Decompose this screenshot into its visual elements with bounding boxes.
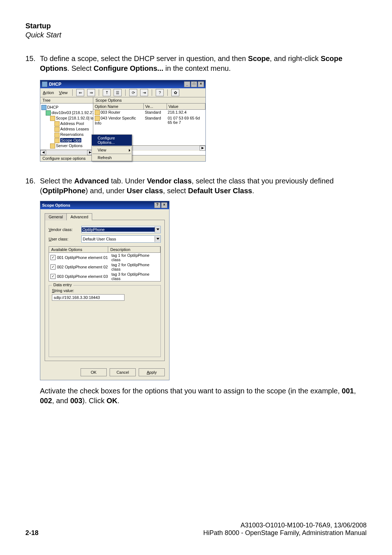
tree-scope[interactable]: Scope [218.1.92.0] la (56, 116, 94, 120)
tab-advanced[interactable]: Advanced (66, 213, 92, 220)
string-value-input[interactable]: sdlp://192.168.3.30:18443 (52, 294, 124, 301)
col-vendor[interactable]: Ve... (144, 104, 167, 109)
user-class-combo[interactable]: Default User Class (81, 235, 161, 243)
option-row[interactable]: ✓ 003 OptiIpPhone element 03 tag 3 for O… (49, 272, 160, 281)
ctx-view[interactable]: View (92, 147, 132, 153)
option-row[interactable]: ✓ 001 OptiIpPhone element 01 tag 1 for O… (49, 253, 160, 262)
menu-view[interactable]: View (58, 90, 69, 95)
options-header: Available Options Description (49, 246, 161, 253)
chevron-down-icon[interactable] (155, 236, 160, 242)
footer-line1: A31003-O1010-M100-10-76A9, 13/06/2008 (25, 522, 367, 529)
options-list[interactable]: ✓ 001 OptiIpPhone element 01 tag 1 for O… (49, 253, 161, 281)
option-desc: tag 1 for OptiIpPhone class (111, 253, 159, 262)
col-description[interactable]: Description (108, 247, 160, 252)
option-desc: tag 3 for OptiIpPhone class (111, 272, 159, 281)
help-icon[interactable]: ? (156, 89, 164, 96)
close-button[interactable]: × (161, 202, 167, 208)
cell-option: 003 Router (101, 110, 120, 114)
folder-icon (50, 143, 55, 149)
step-number: 15. (25, 54, 40, 73)
data-entry-group: Data entry String value: sdlp://192.168.… (49, 285, 161, 357)
vendor-class-combo[interactable]: OptiIpPhone (81, 226, 161, 233)
page-footer: 2-18 A31003-O1010-M100-10-76A9, 13/06/20… (25, 522, 367, 537)
menubar: Action View ⇐ ⇒ ⤒ ☰ ⟳ ⇥ ? ✿ (40, 88, 205, 97)
text: . (252, 187, 254, 195)
apply-button[interactable]: Apply (139, 368, 165, 376)
text: ). Click (82, 397, 107, 405)
list-row[interactable]: 043 Vendor Specific Info Standard 01 07 … (93, 116, 205, 126)
refresh-icon[interactable]: ⟳ (129, 89, 137, 96)
opt-001: 001 (342, 387, 354, 395)
checkbox[interactable]: ✓ (50, 264, 56, 270)
gear-icon (95, 116, 100, 121)
list-row[interactable]: 003 Router Standard 218.1.92.4 (93, 110, 205, 116)
tree-reservations[interactable]: Reservations (60, 132, 83, 137)
vendor-class-bold: Vendor class (147, 177, 192, 185)
tree-root[interactable]: DHCP (47, 105, 58, 109)
context-menu[interactable]: Configure Options... View Refresh (91, 134, 132, 161)
ok-button[interactable]: OK (81, 368, 107, 376)
maximize-button[interactable]: □ (191, 81, 197, 87)
step-text: To define a scope, select the DHCP serve… (40, 54, 367, 73)
vendor-class-value: OptiIpPhone (82, 227, 155, 232)
tree-tab[interactable]: Tree (40, 97, 93, 104)
text: Activate the check boxes for the options… (40, 387, 342, 395)
ctx-configure-options[interactable]: Configure Options... (92, 135, 132, 146)
tree-server[interactable]: disv10nr03 [218.1.92.27] (52, 110, 95, 115)
opt-003: 003 (70, 397, 82, 405)
tree-address-pool[interactable]: Address Pool (60, 121, 84, 126)
scope-icon (50, 116, 55, 121)
scope-options-dialog: Scope Options ? × General Advanced Vendo… (40, 201, 170, 380)
optiip-bold: OptiIpPhone (42, 187, 86, 195)
cell-vendor: Standard (143, 116, 166, 126)
up-icon[interactable]: ⤒ (103, 89, 111, 96)
help-button[interactable]: ? (154, 202, 160, 208)
chevron-down-icon[interactable] (155, 227, 160, 232)
gear-icon (95, 110, 100, 115)
ctx-refresh[interactable]: Refresh (92, 154, 132, 161)
scrollbar-track[interactable] (46, 150, 87, 155)
export-icon[interactable]: ⇥ (140, 89, 148, 96)
menu-action[interactable]: Action (42, 90, 55, 95)
server-icon (46, 110, 51, 116)
text: ) and, under (86, 187, 127, 195)
tree-scope-options[interactable]: Scope Opti (60, 138, 81, 142)
col-option-name[interactable]: Option Name (93, 104, 144, 109)
ok-bold: OK (106, 397, 117, 405)
option-name: 003 OptiIpPhone element 03 (57, 274, 111, 279)
col-value[interactable]: Value (167, 104, 205, 109)
scroll-left-icon[interactable]: ◀ (40, 150, 46, 155)
col-available[interactable]: Available Options (49, 247, 108, 252)
configure-bold: Configure Options... (94, 64, 163, 72)
minimize-button[interactable]: _ (184, 81, 190, 87)
page-header-title: Startup (25, 22, 367, 30)
cell-value: 01 07 53 69 65 6d 65 6e 7 (166, 116, 205, 126)
checkbox[interactable]: ✓ (50, 274, 56, 279)
text: , and (52, 397, 70, 405)
user-class-bold: User class (127, 187, 163, 195)
tree-view[interactable]: DHCP disv10nr03 [218.1.92.27] Scope [218… (40, 104, 93, 150)
dialog-titlebar[interactable]: Scope Options ? × (40, 201, 169, 209)
page-header-subtitle: Quick Start (25, 31, 367, 39)
folder-icon (54, 121, 60, 126)
list-tab: Scope Options (93, 97, 205, 104)
group-label: Data entry (52, 283, 73, 287)
checkbox[interactable]: ✓ (50, 255, 56, 260)
gear-icon[interactable]: ✿ (171, 89, 179, 96)
tree-address-leases[interactable]: Address Leases (60, 127, 89, 131)
option-row[interactable]: ✓ 002 OptiIpPhone element 02 tag 2 for O… (49, 262, 160, 272)
close-button[interactable]: × (198, 81, 204, 87)
footer-line2: HiPath 8000 - OpenStage Family, Administ… (25, 529, 367, 537)
cancel-button[interactable]: Cancel (110, 368, 136, 376)
scroll-right-icon[interactable]: ▶ (200, 146, 205, 151)
tab-general[interactable]: General (45, 213, 67, 220)
folder-icon (54, 127, 60, 132)
text: . Select (68, 64, 94, 72)
tree-server-options[interactable]: Server Options (56, 143, 82, 148)
dhcp-app-icon (42, 81, 48, 87)
back-icon[interactable]: ⇐ (76, 89, 84, 96)
columns-icon[interactable]: ☰ (114, 89, 122, 96)
forward-icon[interactable]: ⇒ (87, 89, 95, 96)
cell-option: 043 Vendor Specific Info (95, 116, 136, 125)
window-titlebar[interactable]: DHCP _ □ × (40, 80, 205, 88)
